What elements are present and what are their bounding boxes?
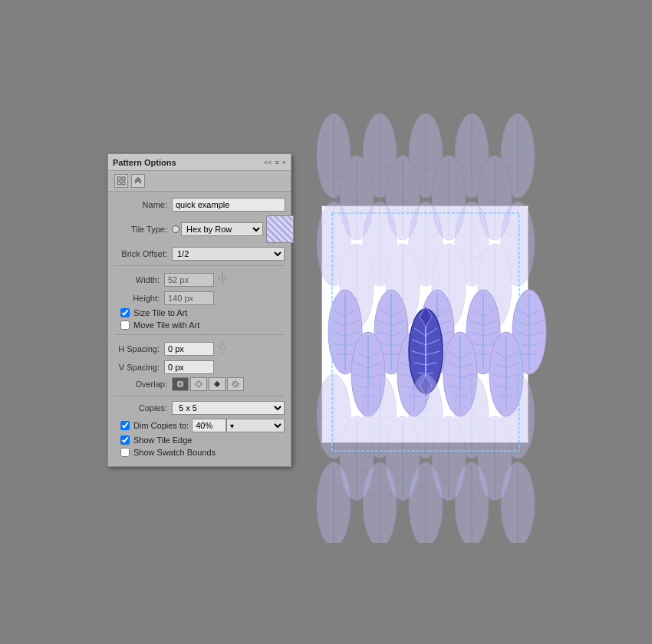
tile-preview-inner (267, 216, 293, 242)
name-label: Name: (114, 200, 172, 209)
name-row: Name: (114, 198, 285, 212)
size-tile-checkbox[interactable] (120, 308, 130, 317)
copies-select[interactable]: 5 x 5 3 x 3 7 x 7 (172, 401, 285, 415)
svg-line-32 (303, 125, 314, 127)
svg-marker-6 (196, 381, 202, 387)
dim-copies-checkbox[interactable] (120, 421, 130, 430)
v-spacing-input[interactable] (164, 360, 214, 374)
panel-icons-row (108, 171, 291, 192)
svg-rect-1 (122, 177, 125, 180)
panel-body: Name: Tile Type: Hex by Row Grid Brick b… (108, 192, 291, 466)
dim-copies-input[interactable] (192, 419, 226, 432)
show-swatch-checkbox[interactable] (120, 448, 130, 457)
tile-type-radio[interactable] (172, 225, 179, 233)
svg-rect-0 (117, 177, 120, 180)
overlap-btn-1[interactable] (172, 377, 189, 391)
svg-marker-7 (214, 381, 220, 387)
width-input[interactable] (164, 273, 214, 287)
divider-2 (114, 334, 285, 335)
brick-offset-label: Brick Offset: (114, 249, 172, 258)
tile-preview (266, 215, 294, 243)
panel-controls: << ≡ × (264, 159, 286, 166)
svg-line-9 (232, 381, 239, 387)
panel-collapse-btn[interactable]: << (264, 159, 272, 166)
svg-rect-2 (117, 182, 120, 185)
show-swatch-label: Show Swatch Bounds (133, 448, 216, 457)
v-spacing-row: V Spacing: (114, 360, 285, 374)
copies-row: Copies: 5 x 5 3 x 3 7 x 7 (114, 401, 285, 415)
pattern-svg (303, 113, 548, 543)
move-tile-label: Move Tile with Art (133, 320, 199, 330)
arrow-icon-btn[interactable] (131, 174, 145, 188)
svg-rect-3 (122, 182, 125, 185)
h-spacing-input[interactable] (164, 342, 214, 356)
dim-copies-row: Dim Copies to: ▾ (114, 419, 285, 432)
move-tile-checkbox[interactable] (120, 320, 130, 330)
svg-line-20 (303, 125, 314, 127)
overlap-row: Overlap: (114, 377, 285, 391)
divider-1 (114, 265, 285, 266)
link-icon[interactable] (214, 271, 231, 288)
h-spacing-label: H Spacing: (114, 344, 164, 353)
show-tile-edge-label: Show Tile Edge (133, 435, 192, 445)
move-tile-row: Move Tile with Art (114, 320, 285, 330)
height-input[interactable] (164, 291, 214, 305)
show-swatch-row: Show Swatch Bounds (114, 448, 285, 457)
dim-copies-dropdown[interactable]: ▾ (226, 419, 285, 432)
tile-type-select-wrap: Hex by Row Grid Brick by Row Brick by Co… (172, 222, 263, 236)
height-label: Height: (114, 294, 164, 303)
show-tile-edge-row: Show Tile Edge (114, 435, 285, 445)
overlap-btn-3[interactable] (209, 377, 226, 391)
overlap-btn-4[interactable] (227, 377, 244, 391)
unlink-icon[interactable] (214, 340, 231, 357)
dim-copies-label: Dim Copies to: (133, 421, 189, 430)
tile-type-row: Tile Type: Hex by Row Grid Brick by Row … (114, 215, 285, 243)
svg-line-21 (303, 135, 311, 136)
size-tile-row: Size Tile to Art (114, 308, 285, 317)
show-tile-edge-checkbox[interactable] (120, 435, 130, 445)
panel-menu-btn[interactable]: ≡ (275, 159, 278, 166)
divider-3 (114, 396, 285, 396)
brick-offset-select[interactable]: 1/2 1/3 1/4 (172, 247, 285, 261)
tile-type-select[interactable]: Hex by Row Grid Brick by Row Brick by Co… (181, 222, 263, 236)
h-spacing-row: H Spacing: (114, 340, 285, 357)
overlap-btn-2[interactable] (190, 377, 207, 391)
svg-line-19 (303, 113, 317, 117)
grid-icon-btn[interactable] (114, 174, 128, 188)
overlap-label: Overlap: (114, 380, 172, 389)
svg-marker-35 (303, 138, 309, 158)
width-row: Width: (114, 271, 285, 288)
name-input[interactable] (172, 198, 285, 212)
panel-titlebar: Pattern Options << ≡ × (108, 154, 291, 171)
pattern-options-panel: Pattern Options << ≡ × Name: (107, 153, 291, 467)
panel-title: Pattern Options (113, 158, 176, 167)
copies-label: Copies: (114, 403, 172, 412)
width-label: Width: (114, 275, 164, 284)
size-tile-label: Size Tile to Art (133, 308, 187, 317)
canvas-area (303, 113, 548, 451)
panel-close-btn[interactable]: × (282, 159, 286, 166)
svg-line-33 (303, 135, 311, 136)
svg-line-31 (303, 113, 317, 117)
brick-offset-row: Brick Offset: 1/2 1/3 1/4 (114, 247, 285, 261)
tile-type-label: Tile Type: (114, 225, 172, 234)
v-spacing-label: V Spacing: (114, 363, 164, 372)
height-row: Height: (114, 291, 285, 305)
